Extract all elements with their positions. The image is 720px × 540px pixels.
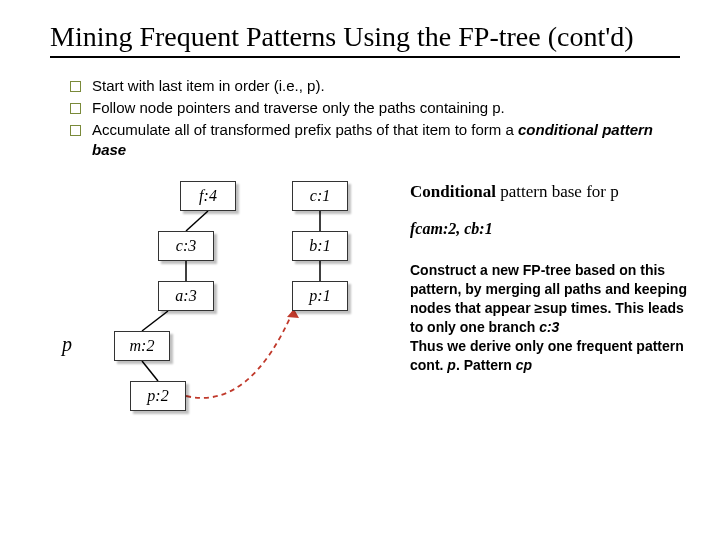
svg-line-2 bbox=[142, 311, 168, 331]
node-a3: a:3 bbox=[158, 281, 214, 311]
construct-sup: sup bbox=[542, 300, 567, 316]
cpb-title-rest: pattern base for p bbox=[496, 182, 619, 201]
construct-text: Construct a new FP-tree based on this pa… bbox=[410, 261, 690, 374]
construct-pattern-lbl: . Pattern bbox=[456, 357, 516, 373]
node-b1: b:1 bbox=[292, 231, 348, 261]
diagram-area: f:4 c:1 c:3 b:1 a:3 p:1 m:2 p:2 p Condit… bbox=[50, 181, 680, 511]
node-c1: c:1 bbox=[292, 181, 348, 211]
node-m2: m:2 bbox=[114, 331, 170, 361]
bullet-list: Start with last item in order (i.e., p).… bbox=[70, 76, 680, 161]
svg-line-0 bbox=[186, 211, 208, 231]
construct-p: p bbox=[447, 357, 456, 373]
cpb-value: fcam:2, cb:1 bbox=[410, 218, 690, 240]
bullet-1: Start with last item in order (i.e., p). bbox=[70, 76, 680, 96]
bullet-3-text: Accumulate all of transformed prefix pat… bbox=[92, 121, 518, 138]
construct-cp: cp bbox=[516, 357, 532, 373]
construct-branch: c:3 bbox=[539, 319, 559, 335]
node-c3: c:3 bbox=[158, 231, 214, 261]
construct-geq: ≥ bbox=[534, 300, 542, 316]
svg-line-3 bbox=[142, 361, 158, 381]
cpb-title-bold: Conditional bbox=[410, 182, 496, 201]
cpb-title: Conditional pattern base for p bbox=[410, 181, 690, 204]
slide-title: Mining Frequent Patterns Using the FP-tr… bbox=[50, 20, 680, 58]
node-f4: f:4 bbox=[180, 181, 236, 211]
node-p2: p:2 bbox=[130, 381, 186, 411]
bullet-3: Accumulate all of transformed prefix pat… bbox=[70, 120, 680, 161]
p-label: p bbox=[62, 333, 72, 356]
bullet-2: Follow node pointers and traverse only t… bbox=[70, 98, 680, 118]
tree-edges bbox=[50, 181, 410, 511]
right-text: Conditional pattern base for p fcam:2, c… bbox=[410, 181, 690, 375]
node-p1: p:1 bbox=[292, 281, 348, 311]
